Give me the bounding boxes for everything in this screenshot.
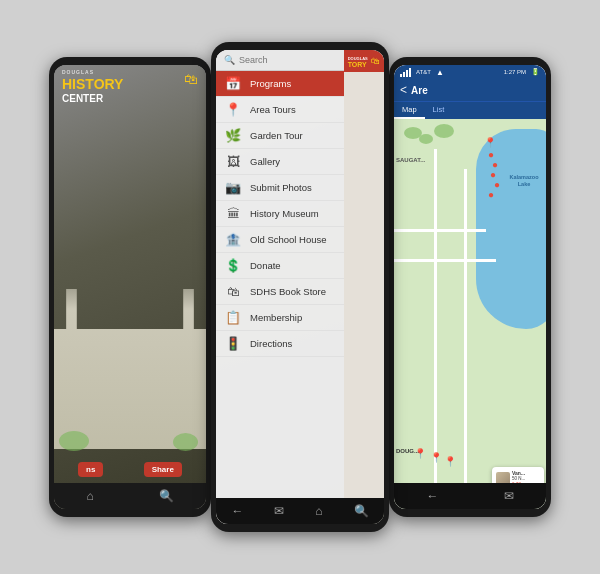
logo-douglas: DOUGLAS bbox=[62, 69, 94, 75]
lake-shape bbox=[476, 129, 546, 329]
old-school-house-icon: 🏦 bbox=[224, 232, 242, 247]
peek-bag-icon: 🛍 bbox=[371, 56, 380, 66]
signal-bar-4 bbox=[409, 68, 411, 77]
peek-logo: DOUGLAS TORY bbox=[348, 55, 368, 68]
left-phone: DOUGLAS HISTORY CENTER 🛍 ns Share ⌂ 🔍 bbox=[49, 57, 211, 517]
home-icon-center[interactable]: ⌂ bbox=[315, 504, 322, 518]
menu-items-list: 📅 Programs 📍 Area Tours 🌿 Garden Tour bbox=[216, 71, 344, 524]
search-icon-center[interactable]: 🔍 bbox=[354, 504, 369, 518]
mail-icon[interactable]: ✉ bbox=[274, 504, 284, 518]
signal-bars bbox=[400, 68, 411, 77]
saugatuck-area-label: SAUGAT... bbox=[396, 157, 425, 163]
home-icon[interactable]: ⌂ bbox=[86, 489, 93, 503]
map-tab-row: Map List bbox=[394, 101, 546, 119]
share-button[interactable]: Share bbox=[144, 462, 182, 477]
programs-label: Programs bbox=[250, 78, 291, 89]
menu-item-donate[interactable]: 💲 Donate bbox=[216, 253, 344, 279]
menu-item-old-school-house[interactable]: 🏦 Old School House bbox=[216, 227, 344, 253]
submit-photos-icon: 📷 bbox=[224, 180, 242, 195]
submit-photos-label: Submit Photos bbox=[250, 182, 312, 193]
peek-header: DOUGLAS TORY 🛍 bbox=[344, 50, 384, 72]
tab-list[interactable]: List bbox=[425, 102, 453, 119]
history-museum-label: History Museum bbox=[250, 208, 319, 219]
menu-overlay: 🔍 📅 Programs 📍 Area Tours bbox=[216, 50, 344, 524]
logo-history: HISTORY bbox=[62, 76, 198, 93]
membership-label: Membership bbox=[250, 312, 302, 323]
center-nav-bar: ← ✉ ⌂ 🔍 bbox=[216, 498, 384, 524]
road-h-2 bbox=[394, 259, 496, 262]
donate-label: Donate bbox=[250, 260, 281, 271]
tree-map-2 bbox=[419, 134, 433, 144]
menu-item-history-museum[interactable]: 🏛 History Museum bbox=[216, 201, 344, 227]
road-h-1 bbox=[394, 229, 486, 232]
directions-label: Directions bbox=[250, 338, 292, 349]
logo-center: CENTER bbox=[62, 93, 198, 105]
tree-map-3 bbox=[434, 124, 454, 138]
search-icon[interactable]: 🔍 bbox=[159, 489, 174, 503]
menu-search-bar[interactable]: 🔍 bbox=[216, 50, 344, 71]
gallery-icon: 🖼 bbox=[224, 154, 242, 169]
menu-item-area-tours[interactable]: 📍 Area Tours bbox=[216, 97, 344, 123]
old-school-house-label: Old School House bbox=[250, 234, 327, 245]
programs-icon: 📅 bbox=[224, 76, 242, 91]
tab-map[interactable]: Map bbox=[394, 102, 425, 119]
menu-item-programs[interactable]: 📅 Programs bbox=[216, 71, 344, 97]
history-museum-icon: 🏛 bbox=[224, 206, 242, 221]
left-logo: DOUGLAS HISTORY CENTER bbox=[62, 69, 198, 105]
signal-bar-1 bbox=[400, 74, 402, 77]
area-tours-icon: 📍 bbox=[224, 102, 242, 117]
right-app-header: < Are bbox=[394, 79, 546, 101]
signal-bar-2 bbox=[403, 72, 405, 77]
mail-nav-icon[interactable]: ✉ bbox=[504, 489, 514, 503]
map-pin-red-6: ● bbox=[488, 189, 494, 200]
back-nav-icon[interactable]: ← bbox=[427, 489, 439, 503]
area-tours-label: Area Tours bbox=[250, 104, 296, 115]
center-screen: DOUGLAS TORY 🛍 Share 🔍 bbox=[216, 50, 384, 524]
left-nav-bar: ⌂ 🔍 bbox=[54, 483, 206, 509]
directions-icon: 🚦 bbox=[224, 336, 242, 351]
road-v-2 bbox=[464, 169, 467, 509]
menu-search-input[interactable] bbox=[239, 55, 336, 65]
donate-icon: 💲 bbox=[224, 258, 242, 273]
map-pin-yellow-2: 📍 bbox=[430, 452, 442, 463]
left-header: DOUGLAS HISTORY CENTER 🛍 bbox=[54, 65, 206, 109]
left-screen: DOUGLAS HISTORY CENTER 🛍 ns Share ⌂ 🔍 bbox=[54, 65, 206, 509]
map-area[interactable]: KalamazooLake 📍 ● ● ● ● ● bbox=[394, 119, 546, 509]
lake-label: KalamazooLake bbox=[502, 174, 546, 187]
menu-item-gallery[interactable]: 🖼 Gallery bbox=[216, 149, 344, 175]
peek-content bbox=[344, 72, 384, 498]
center-phone: DOUGLAS TORY 🛍 Share 🔍 bbox=[211, 42, 389, 532]
right-nav-bar: ← ✉ bbox=[394, 483, 546, 509]
back-chevron-icon[interactable]: < bbox=[400, 83, 407, 97]
tree-right bbox=[173, 433, 198, 451]
center-right-peek: DOUGLAS TORY 🛍 Share bbox=[344, 50, 384, 524]
book-store-icon: 🛍 bbox=[224, 284, 242, 299]
menu-item-garden-tour[interactable]: 🌿 Garden Tour bbox=[216, 123, 344, 149]
directions-button[interactable]: ns bbox=[78, 462, 103, 477]
tree-left bbox=[59, 431, 89, 451]
menu-search-icon: 🔍 bbox=[224, 55, 235, 65]
status-time: 1:27 PM bbox=[504, 69, 526, 75]
carrier-label: AT&T bbox=[416, 69, 431, 75]
battery-icon: 🔋 bbox=[531, 68, 540, 76]
garden-tour-label: Garden Tour bbox=[250, 130, 303, 141]
right-screen: AT&T ▲ 1:27 PM 🔋 < Are Map List bbox=[394, 65, 546, 509]
membership-icon: 📋 bbox=[224, 310, 242, 325]
menu-item-submit-photos[interactable]: 📷 Submit Photos bbox=[216, 175, 344, 201]
back-icon[interactable]: ← bbox=[231, 504, 243, 518]
menu-item-directions[interactable]: 🚦 Directions bbox=[216, 331, 344, 357]
douglas-area-label: DOUG... bbox=[396, 448, 419, 454]
right-header-title: Are bbox=[411, 85, 428, 96]
menu-item-book-store[interactable]: 🛍 SDHS Book Store bbox=[216, 279, 344, 305]
status-bar: AT&T ▲ 1:27 PM 🔋 bbox=[394, 65, 546, 79]
signal-bar-3 bbox=[406, 70, 408, 77]
garden-tour-icon: 🌿 bbox=[224, 128, 242, 143]
book-store-label: SDHS Book Store bbox=[250, 286, 326, 297]
menu-item-membership[interactable]: 📋 Membership bbox=[216, 305, 344, 331]
wifi-icon: ▲ bbox=[436, 68, 444, 77]
map-pin-red-1: 📍 bbox=[484, 137, 496, 148]
map-pin-yellow-3: 📍 bbox=[444, 456, 456, 467]
map-pin-red-5: ● bbox=[494, 179, 500, 190]
gallery-label: Gallery bbox=[250, 156, 280, 167]
left-bottom-bar: ns Share bbox=[54, 458, 206, 481]
